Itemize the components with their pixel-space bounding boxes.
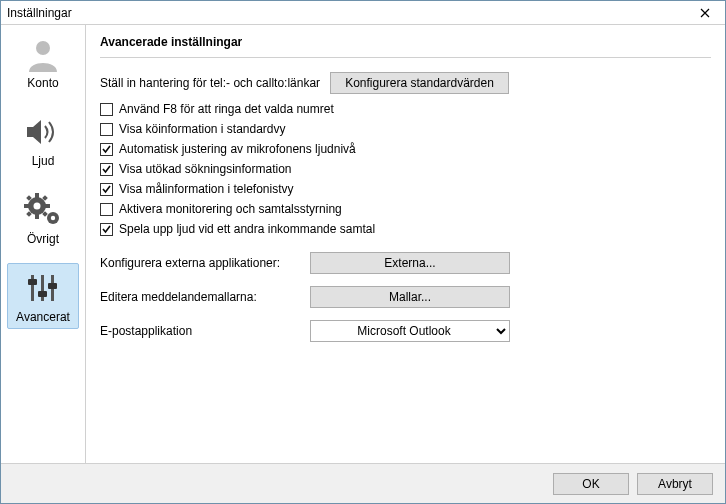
- external-apps-button[interactable]: Externa...: [310, 252, 510, 274]
- checkbox-queue-info[interactable]: Visa köinformation i standardvy: [100, 122, 711, 136]
- svg-point-2: [34, 203, 41, 210]
- checkbox-group: Använd F8 för att ringa det valda numret…: [100, 102, 711, 236]
- external-apps-label: Konfigurera externa applikationer:: [100, 256, 310, 270]
- checkbox-label: Aktivera monitorering och samtalsstyrnin…: [119, 202, 342, 216]
- sidebar-item-ovrigt[interactable]: Övrigt: [7, 185, 79, 251]
- checkbox-icon: [100, 103, 113, 116]
- checkbox-monitoring[interactable]: Aktivera monitorering och samtalsstyrnin…: [100, 202, 711, 216]
- svg-point-12: [51, 216, 55, 220]
- svg-rect-6: [45, 204, 50, 208]
- sidebar-item-label: Avancerat: [16, 310, 70, 324]
- cancel-button[interactable]: Avbryt: [637, 473, 713, 495]
- external-apps-row: Konfigurera externa applikationer: Exter…: [100, 252, 711, 274]
- checkbox-target-info[interactable]: Visa målinformation i telefonistvy: [100, 182, 711, 196]
- checkbox-label: Visa köinformation i standardvy: [119, 122, 286, 136]
- svg-rect-13: [31, 275, 34, 301]
- checkbox-icon: [100, 183, 113, 196]
- checkbox-label: Visa målinformation i telefonistvy: [119, 182, 294, 196]
- content-panel: Avancerade inställningar Ställ in hanter…: [85, 25, 725, 463]
- separator: [100, 57, 711, 58]
- configure-defaults-button[interactable]: Konfigurera standardvärden: [330, 72, 509, 94]
- checkbox-icon: [100, 143, 113, 156]
- sidebar-item-ljud[interactable]: Ljud: [7, 107, 79, 173]
- tel-handler-label: Ställ in hantering för tel:- och callto:…: [100, 76, 320, 90]
- sidebar-item-label: Övrigt: [27, 232, 59, 246]
- svg-rect-16: [28, 279, 37, 285]
- checkbox-icon: [100, 223, 113, 236]
- checkbox-label: Visa utökad sökningsinformation: [119, 162, 292, 176]
- checkbox-auto-mic[interactable]: Automatisk justering av mikrofonens ljud…: [100, 142, 711, 156]
- settings-window: Inställningar Konto Ljud: [0, 0, 726, 504]
- user-icon: [21, 36, 65, 72]
- close-button[interactable]: [685, 1, 725, 25]
- svg-rect-4: [35, 214, 39, 219]
- sidebar-item-label: Konto: [27, 76, 58, 90]
- ok-button[interactable]: OK: [553, 473, 629, 495]
- checkbox-label: Spela upp ljud vid ett andra inkommande …: [119, 222, 375, 236]
- gears-icon: [21, 192, 65, 228]
- svg-rect-5: [24, 204, 29, 208]
- content-heading: Avancerade inställningar: [100, 35, 711, 49]
- checkbox-second-call-sound[interactable]: Spela upp ljud vid ett andra inkommande …: [100, 222, 711, 236]
- email-app-label: E-postapplikation: [100, 324, 310, 338]
- templates-row: Editera meddelandemallarna: Mallar...: [100, 286, 711, 308]
- svg-rect-17: [38, 291, 47, 297]
- svg-rect-14: [41, 275, 44, 301]
- email-app-row: E-postapplikation Microsoft Outlook: [100, 320, 711, 342]
- templates-button[interactable]: Mallar...: [310, 286, 510, 308]
- sidebar-item-label: Ljud: [32, 154, 55, 168]
- checkbox-icon: [100, 123, 113, 136]
- footer: OK Avbryt: [1, 463, 725, 503]
- templates-label: Editera meddelandemallarna:: [100, 290, 310, 304]
- checkbox-icon: [100, 163, 113, 176]
- window-title: Inställningar: [7, 6, 72, 20]
- speaker-icon: [21, 114, 65, 150]
- close-icon: [700, 8, 710, 18]
- email-app-select[interactable]: Microsoft Outlook: [310, 320, 510, 342]
- titlebar: Inställningar: [1, 1, 725, 25]
- sidebar-item-konto[interactable]: Konto: [7, 29, 79, 95]
- svg-rect-18: [48, 283, 57, 289]
- checkbox-label: Automatisk justering av mikrofonens ljud…: [119, 142, 356, 156]
- checkbox-icon: [100, 203, 113, 216]
- checkbox-label: Använd F8 för att ringa det valda numret: [119, 102, 334, 116]
- checkbox-f8-dial[interactable]: Använd F8 för att ringa det valda numret: [100, 102, 711, 116]
- body: Konto Ljud Övrigt: [1, 25, 725, 463]
- svg-rect-3: [35, 193, 39, 198]
- sidebar-item-avancerat[interactable]: Avancerat: [7, 263, 79, 329]
- sidebar: Konto Ljud Övrigt: [1, 25, 85, 463]
- sliders-icon: [21, 270, 65, 306]
- svg-point-0: [36, 41, 50, 55]
- tel-handler-row: Ställ in hantering för tel:- och callto:…: [100, 72, 711, 94]
- checkbox-ext-search[interactable]: Visa utökad sökningsinformation: [100, 162, 711, 176]
